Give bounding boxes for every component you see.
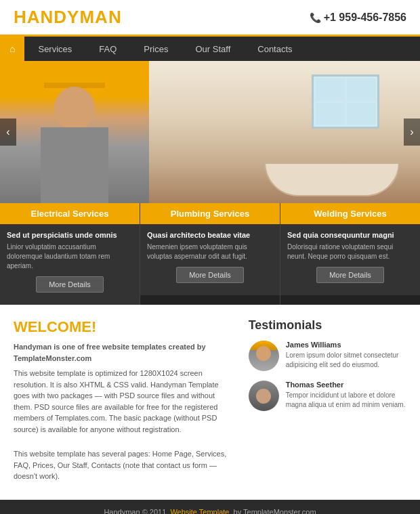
logo-yellow: MAN	[79, 7, 121, 27]
footer-copyright-text: Handyman © 2011	[104, 508, 166, 515]
window-pane	[316, 103, 345, 125]
testimonial-quote-1: Lorem ipsum dolor sitmet consectetur adi…	[286, 351, 406, 370]
nav-home-button[interactable]: ⌂	[0, 37, 24, 61]
services-section: Electrical Services Sed ut perspiciatis …	[0, 203, 420, 305]
window-pane	[316, 79, 345, 101]
service-card-electrical: Electrical Services Sed ut perspiciatis …	[0, 203, 140, 305]
service-plumbing-button[interactable]: More Details	[176, 267, 244, 283]
service-welding-title: Welding Services	[280, 203, 420, 224]
service-electrical-title: Electrical Services	[0, 203, 140, 224]
testimonial-avatar-1	[249, 341, 279, 371]
service-plumbing-title: Plumbing Services	[140, 203, 280, 224]
nav-item-prices[interactable]: Prices	[130, 37, 182, 61]
testimonials-heading: Testimonials	[249, 318, 406, 333]
testimonial-quote-2: Tempor incididunt ut labore et dolore ma…	[286, 391, 406, 410]
worker-face	[54, 87, 95, 131]
phone-number: +1 959-456-7856	[310, 12, 406, 24]
main-content: WELCOME! Handyman is one of free website…	[0, 305, 420, 500]
testimonial-text-1: James Williams Lorem ipsum dolor sitmet …	[286, 341, 406, 371]
hero-bathtub-decoration	[264, 163, 400, 196]
avatar-head	[256, 346, 271, 361]
service-welding-button[interactable]: More Details	[316, 267, 384, 283]
service-plumbing-body: Quasi architecto beatae vitae Nemenien i…	[140, 224, 280, 295]
logo: HANDYMAN	[14, 7, 122, 28]
nav-item-contacts[interactable]: Contacts	[244, 37, 306, 61]
service-card-welding: Welding Services Sed quia consequuntur m…	[280, 203, 420, 305]
slider-prev-button[interactable]: ‹	[0, 119, 16, 146]
logo-black: HANDY	[14, 7, 79, 27]
hero-slider: ‹ ›	[0, 61, 420, 203]
hero-worker-image	[0, 61, 149, 203]
testimonial-item-2: Thomas Seether Tempor incididunt ut labo…	[249, 381, 406, 411]
testimonial-avatar-2	[249, 381, 279, 411]
window-pane	[347, 79, 376, 101]
welcome-heading: WELCOME!	[14, 318, 235, 336]
avatar-head-2	[256, 389, 271, 404]
avatar-hat	[253, 341, 274, 343]
welcome-p1: This website template is optimized for 1…	[14, 368, 235, 435]
worker-body	[41, 127, 108, 203]
footer-by-text: by TemplateMonster.com	[234, 508, 316, 515]
service-electrical-button[interactable]: More Details	[36, 276, 104, 293]
footer-copyright: Handyman © 2011 Website Template by Temp…	[14, 508, 406, 515]
welcome-p2: This website template has several pages:…	[14, 448, 235, 482]
footer-template-link[interactable]: Website Template	[170, 508, 229, 515]
hero-window-decoration	[312, 74, 379, 129]
testimonials-section: Testimonials James Williams Lorem ipsum …	[249, 318, 406, 486]
testimonial-name-2: Thomas Seether	[286, 381, 406, 389]
welcome-intro: Handyman is one of free website template…	[14, 341, 235, 364]
header: HANDYMAN +1 959-456-7856	[0, 0, 420, 37]
slider-next-button[interactable]: ›	[404, 119, 420, 146]
window-pane	[347, 103, 376, 125]
service-welding-body: Sed quia consequuntur magni Dolorisqui r…	[280, 224, 420, 295]
testimonial-name-1: James Williams	[286, 341, 406, 349]
nav-item-staff[interactable]: Our Staff	[182, 37, 244, 61]
footer: Handyman © 2011 Website Template by Temp…	[0, 500, 420, 515]
service-plumbing-subtitle: Quasi architecto beatae vitae	[147, 231, 273, 239]
service-welding-subtitle: Sed quia consequuntur magni	[287, 231, 413, 239]
service-electrical-subtitle: Sed ut perspiciatis unde omnis	[7, 231, 133, 239]
service-card-plumbing: Plumbing Services Quasi architecto beata…	[140, 203, 280, 305]
service-plumbing-text: Nemenien ipsem voluptatem quis voluptas …	[147, 242, 273, 261]
welcome-section: WELCOME! Handyman is one of free website…	[14, 318, 235, 486]
nav-item-services[interactable]: Services	[24, 37, 85, 61]
service-electrical-body: Sed ut perspiciatis unde omnis Linior vo…	[0, 224, 140, 305]
testimonial-item-1: James Williams Lorem ipsum dolor sitmet …	[249, 341, 406, 371]
testimonial-text-2: Thomas Seether Tempor incididunt ut labo…	[286, 381, 406, 411]
service-electrical-text: Linior voluptatim accusantium doloremque…	[7, 242, 133, 271]
nav-item-faq[interactable]: FAQ	[85, 37, 130, 61]
navigation: ⌂ Services FAQ Prices Our Staff Contacts	[0, 37, 420, 61]
service-welding-text: Dolorisqui ratione voluptatem sequi neun…	[287, 242, 413, 261]
